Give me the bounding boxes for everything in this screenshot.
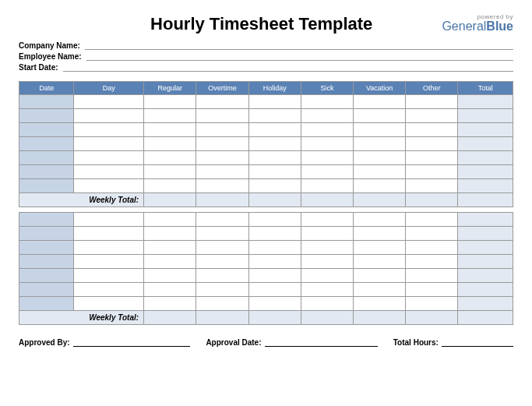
cell[interactable] [196, 179, 248, 193]
cell[interactable] [301, 179, 353, 193]
cell[interactable] [248, 213, 301, 227]
cell[interactable] [144, 283, 196, 297]
cell[interactable] [196, 151, 248, 165]
cell[interactable] [196, 255, 248, 269]
cell[interactable] [144, 213, 196, 227]
cell[interactable] [301, 269, 353, 283]
cell[interactable] [354, 227, 406, 241]
cell[interactable] [406, 269, 458, 283]
cell[interactable] [196, 283, 248, 297]
cell[interactable] [196, 297, 248, 311]
cell[interactable] [406, 179, 458, 193]
cell[interactable] [354, 109, 406, 123]
cell[interactable] [406, 109, 458, 123]
cell[interactable] [144, 227, 196, 241]
cell[interactable] [196, 227, 248, 241]
cell[interactable] [19, 123, 74, 137]
cell[interactable] [301, 227, 353, 241]
cell[interactable] [74, 109, 144, 123]
cell[interactable] [74, 213, 144, 227]
cell[interactable] [74, 179, 144, 193]
cell[interactable] [301, 151, 353, 165]
cell[interactable] [406, 123, 458, 137]
cell[interactable] [354, 297, 406, 311]
cell[interactable] [196, 137, 248, 151]
cell[interactable] [74, 297, 144, 311]
total-hours-field[interactable] [442, 337, 513, 347]
cell[interactable] [406, 151, 458, 165]
cell[interactable] [248, 241, 301, 255]
cell[interactable] [406, 227, 458, 241]
cell[interactable] [301, 213, 353, 227]
cell[interactable] [354, 165, 406, 179]
cell[interactable] [248, 165, 301, 179]
employee-name-field[interactable] [86, 51, 513, 61]
cell[interactable] [74, 95, 144, 109]
cell[interactable] [19, 297, 74, 311]
cell[interactable] [354, 213, 406, 227]
cell[interactable] [144, 109, 196, 123]
cell[interactable] [301, 123, 353, 137]
cell[interactable] [144, 179, 196, 193]
cell[interactable] [354, 241, 406, 255]
cell[interactable] [196, 213, 248, 227]
cell[interactable] [354, 95, 406, 109]
cell[interactable] [19, 179, 74, 193]
cell[interactable] [144, 137, 196, 151]
cell[interactable] [196, 123, 248, 137]
cell[interactable] [74, 165, 144, 179]
approval-date-field[interactable] [265, 337, 378, 347]
cell[interactable] [19, 137, 74, 151]
cell[interactable] [19, 269, 74, 283]
cell[interactable] [74, 137, 144, 151]
cell[interactable] [144, 269, 196, 283]
approved-by-field[interactable] [73, 337, 191, 347]
cell[interactable] [74, 269, 144, 283]
cell[interactable] [354, 255, 406, 269]
cell[interactable] [406, 297, 458, 311]
cell[interactable] [144, 151, 196, 165]
cell[interactable] [74, 241, 144, 255]
cell[interactable] [248, 123, 301, 137]
cell[interactable] [406, 137, 458, 151]
cell[interactable] [248, 109, 301, 123]
cell[interactable] [406, 241, 458, 255]
cell[interactable] [301, 109, 353, 123]
cell[interactable] [354, 151, 406, 165]
cell[interactable] [301, 255, 353, 269]
cell[interactable] [19, 165, 74, 179]
cell[interactable] [144, 95, 196, 109]
cell[interactable] [144, 123, 196, 137]
cell[interactable] [74, 151, 144, 165]
cell[interactable] [248, 179, 301, 193]
cell[interactable] [19, 241, 74, 255]
cell[interactable] [248, 137, 301, 151]
company-name-field[interactable] [85, 41, 513, 50]
cell[interactable] [74, 283, 144, 297]
cell[interactable] [196, 109, 248, 123]
cell[interactable] [248, 151, 301, 165]
cell[interactable] [301, 297, 353, 311]
cell[interactable] [354, 179, 406, 193]
cell[interactable] [196, 269, 248, 283]
cell[interactable] [248, 255, 301, 269]
cell[interactable] [301, 283, 353, 297]
cell[interactable] [196, 95, 248, 109]
cell[interactable] [248, 227, 301, 241]
cell[interactable] [406, 213, 458, 227]
cell[interactable] [301, 95, 353, 109]
cell[interactable] [354, 137, 406, 151]
cell[interactable] [19, 109, 74, 123]
start-date-field[interactable] [63, 62, 513, 72]
cell[interactable] [301, 241, 353, 255]
cell[interactable] [248, 297, 301, 311]
cell[interactable] [301, 137, 353, 151]
cell[interactable] [406, 165, 458, 179]
cell[interactable] [354, 269, 406, 283]
cell[interactable] [74, 123, 144, 137]
cell[interactable] [19, 151, 74, 165]
cell[interactable] [196, 241, 248, 255]
cell[interactable] [354, 123, 406, 137]
cell[interactable] [144, 297, 196, 311]
cell[interactable] [248, 95, 301, 109]
